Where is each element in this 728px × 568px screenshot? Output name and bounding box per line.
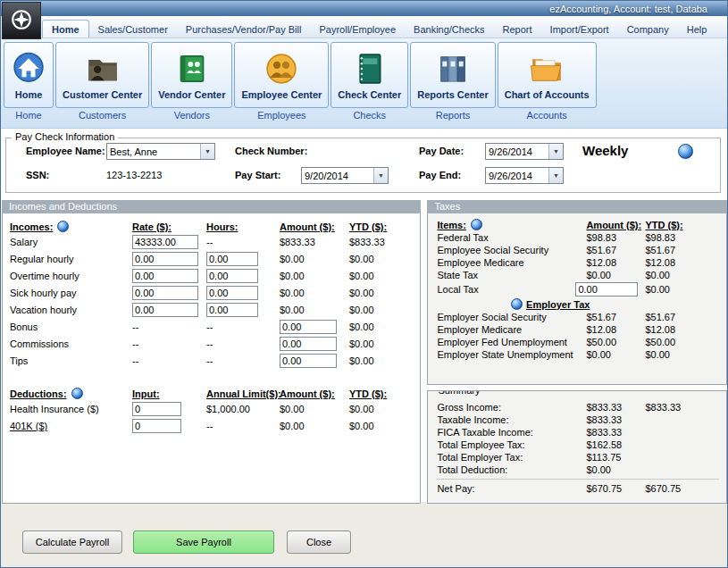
annual-limit-column-header: Annual Limit($): (206, 388, 280, 399)
overtime-hourly-rate-input[interactable] (132, 269, 198, 283)
check-center-button[interactable]: Check Center (331, 42, 408, 108)
summary-ytd-value: $670.75 (645, 483, 726, 494)
tab-import-export[interactable]: Import/Export (541, 21, 618, 38)
accounts-icon (529, 51, 565, 88)
chart-of-accounts-button[interactable]: Chart of Accounts (498, 42, 597, 108)
vendors-sub-label: Vendors (174, 110, 210, 121)
toolbar-employee-center: Employee Center Employees (234, 42, 329, 121)
home-icon (11, 51, 46, 88)
pay-start-label: Pay Start: (235, 170, 280, 180)
check-number-label: Check Number: (235, 146, 307, 156)
home-button[interactable]: Home (4, 42, 54, 108)
income-amount-value: $0.00 (280, 305, 349, 315)
deduction-ytd-value: $0.00 (349, 404, 420, 414)
close-button[interactable]: Close (287, 530, 351, 554)
sick-hourly-hours-input[interactable] (206, 286, 258, 300)
deductions-help-globe-icon[interactable] (71, 388, 83, 399)
toolbar-reports-center: Reports Center Reports (410, 42, 495, 121)
deduction-limit-value: $1,000.00 (206, 404, 280, 414)
customer-center-label: Customer Center (63, 89, 142, 100)
employer-tax-heading: Employer Tax (526, 299, 590, 310)
pay-end-select[interactable]: 9/26/2014▼ (485, 167, 564, 184)
local-tax-input[interactable] (575, 282, 638, 297)
reports-center-button[interactable]: Reports Center (410, 42, 495, 108)
tab-banking-checks[interactable]: Banking/Checks (405, 21, 494, 38)
vacation-hourly-rate-input[interactable] (132, 303, 198, 317)
regular-hourly-hours-input[interactable] (206, 252, 258, 266)
paycheck-info-group: Pay Check Information Employee Name: Bes… (5, 138, 721, 193)
income-ytd-value: $0.00 (349, 322, 420, 332)
employee-name-select[interactable]: Best, Anne▼ (106, 143, 215, 160)
tab-company[interactable]: Company (618, 21, 678, 38)
income-ytd-value: $0.00 (349, 288, 420, 298)
footer-buttons: Calculate Payroll Save Payroll Close (1, 504, 727, 554)
bonus-amount-input[interactable] (280, 320, 337, 334)
incomes-heading: Incomes: (10, 221, 53, 232)
tab-report[interactable]: Report (494, 21, 541, 38)
pay-date-select[interactable]: 9/26/2014▼ (485, 143, 564, 160)
summary-divider (437, 479, 719, 480)
income-ytd-value: $0.00 (349, 254, 420, 264)
income-amount-value: $0.00 (280, 288, 349, 298)
employer-tax-help-globe-icon[interactable] (511, 298, 523, 310)
summary-value: $670.75 (586, 483, 645, 494)
income-rate-value: -- (132, 355, 206, 366)
tab-payroll-employee[interactable]: Payroll/Employee (310, 21, 405, 38)
tab-sales-customer[interactable]: Sales/Customer (89, 21, 177, 38)
toolbar-chart-of-accounts: Chart of Accounts Accounts (498, 42, 597, 121)
tax-ytd-value: $98.83 (645, 232, 726, 243)
customers-icon (85, 51, 121, 88)
tax-ytd-value: $50.00 (645, 337, 726, 347)
tab-help[interactable]: Help (678, 21, 716, 38)
tax-row-label: Federal Tax (437, 232, 586, 243)
pay-start-value: 9/20/2014 (302, 171, 373, 181)
sick-hourly-rate-input[interactable] (132, 286, 198, 300)
calculate-payroll-button[interactable]: Calculate Payroll (22, 530, 122, 554)
tab-home[interactable]: Home (42, 20, 89, 38)
tax-ytd-value: $0.00 (645, 349, 726, 360)
tax-amount-value: $98.83 (586, 232, 645, 243)
k401-input[interactable] (132, 419, 181, 433)
income-rate-value: -- (132, 338, 206, 349)
vendor-center-button[interactable]: Vendor Center (151, 42, 232, 108)
income-row-label: Overtime hourly (10, 271, 132, 281)
incomes-help-globe-icon[interactable] (57, 221, 69, 232)
deductions-heading: Deductions: (10, 388, 67, 399)
vacation-hourly-hours-input[interactable] (206, 303, 258, 317)
calendar-dropdown-icon[interactable]: ▼ (373, 168, 388, 183)
customers-sub-label: Customers (79, 110, 126, 121)
chevron-down-icon[interactable]: ▼ (200, 144, 214, 159)
income-amount-value: $0.00 (280, 271, 349, 281)
chevron-down-icon[interactable]: ▼ (548, 144, 563, 159)
income-row-label: Vacation hourly (10, 305, 132, 315)
customer-center-button[interactable]: Customer Center (55, 42, 149, 108)
deduction-row-label: Health Insurance ($) (10, 404, 132, 414)
commissions-amount-input[interactable] (280, 337, 337, 351)
help-globe-icon[interactable] (678, 144, 693, 159)
tax-ytd-value: $51.67 (645, 245, 726, 255)
tax-ytd-value: $12.08 (645, 324, 726, 335)
employee-center-label: Employee Center (241, 89, 322, 100)
save-payroll-button[interactable]: Save Payroll (133, 530, 274, 554)
pay-start-datepicker[interactable]: 9/20/2014▼ (301, 167, 389, 184)
overtime-hourly-hours-input[interactable] (206, 269, 258, 283)
tax-items-heading: Items: (437, 220, 465, 230)
taxes-help-globe-icon[interactable] (471, 219, 482, 230)
tips-amount-input[interactable] (280, 354, 337, 368)
employee-center-button[interactable]: Employee Center (234, 42, 329, 108)
chevron-down-icon[interactable]: ▼ (548, 168, 563, 183)
right-column: Items: Amount ($): YTD ($): Federal Tax … (427, 213, 727, 504)
tab-purchases-vendor-pay-bill[interactable]: Purchases/Vendor/Pay Bill (177, 21, 311, 38)
regular-hourly-rate-input[interactable] (132, 252, 198, 266)
tax-amount-value: $0.00 (586, 270, 645, 280)
home-button-label: Home (15, 89, 43, 100)
summary-row-label: Total Employer Tax: (437, 452, 586, 463)
checks-icon (352, 51, 388, 88)
deduction-amount-value: $0.00 (280, 404, 349, 414)
app-logo-button[interactable] (2, 2, 41, 39)
health-insurance-input[interactable] (132, 402, 181, 416)
panels: Incomes: Rate ($): Hours: Amount ($): YT… (1, 213, 727, 504)
salary-rate-input[interactable] (132, 235, 198, 249)
app-window: ezAccounting, Account: test, Databa Home… (0, 0, 728, 568)
tax-ytd-value: $0.00 (645, 284, 726, 295)
